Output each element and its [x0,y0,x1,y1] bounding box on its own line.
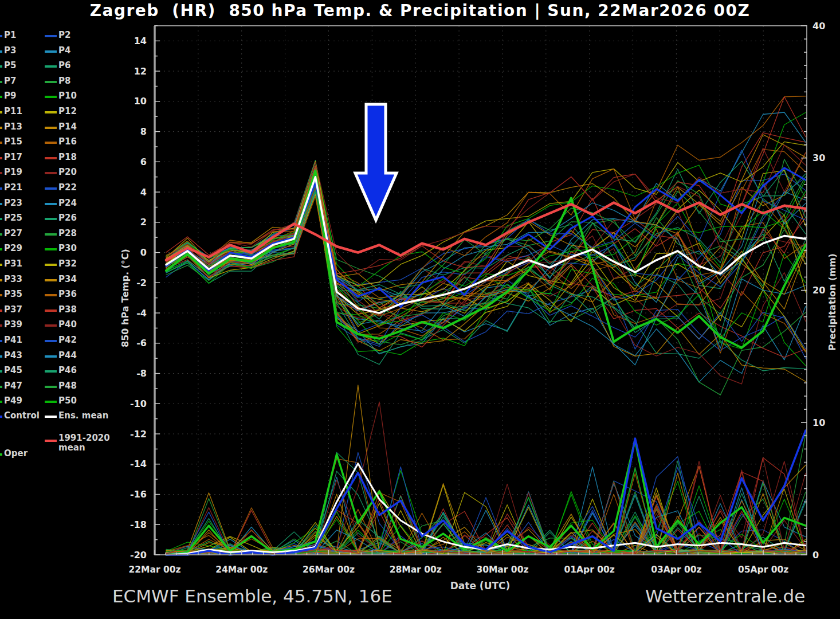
member-temp-line [166,197,806,353]
temp-tick-label: 0 [140,247,147,258]
precip-tick-label: 30 [812,152,825,163]
time-tick-label: 30Mar 00z [476,565,528,575]
temp-tick-label: -14 [130,459,147,469]
member-temp-line [166,178,806,365]
temp-tick-label: 14 [134,36,147,46]
member-temp-line [166,190,806,354]
temp-tick-label: -6 [136,338,147,348]
member-temp-line [166,150,806,316]
time-tick-label: 05Apr 00z [738,565,788,575]
meteogram-page: Zagreb (HR) 850 hPa Temp. & Precipitatio… [0,0,840,619]
time-tick-label: 26Mar 00z [303,565,355,575]
member-temp-line [166,148,806,315]
time-tick-label: 22Mar 00z [128,565,180,575]
watermark-text: Wetterzentrale.de [645,586,805,606]
precip-axis-title: Precipitation (mm) [827,253,838,351]
temp-tick-label: 8 [140,126,147,137]
time-axis-title: Date (UTC) [450,580,511,591]
temp-tick-label: 10 [134,96,147,107]
temp-tick-label: -16 [130,489,147,500]
time-tick-label: 24Mar 00z [215,565,268,575]
temp-tick-label: 2 [140,217,147,228]
member-temp-line [166,185,806,395]
precip-tick-label: 0 [812,550,819,561]
temp-tick-label: -2 [136,277,147,288]
precip-tick-label: 40 [812,21,825,32]
precip-tick-label: 10 [812,417,825,428]
time-tick-label: 28Mar 00z [390,565,442,575]
temp-tick-label: -12 [130,429,147,440]
temp-tick-label: -18 [130,519,147,530]
time-tick-label: 03Apr 00z [651,565,701,575]
precip-tick-label: 20 [812,285,825,296]
temp-tick-label: 6 [140,156,147,167]
temp-tick-label: -20 [130,550,147,561]
down-arrow-annotation [355,104,397,220]
axis-ticks [155,26,807,555]
temp-tick-label: -4 [136,308,147,319]
temp-axis-title: 850 hPa Temp. (°C) [120,249,131,347]
grid-lines [155,26,807,555]
temp-tick-label: 4 [140,187,147,198]
plot-frame [155,26,807,555]
temp-tick-label: -10 [130,398,147,409]
ensemble-member-precip-lines [166,385,806,555]
temp-tick-label: -8 [136,368,147,379]
time-tick-label: 01Apr 00z [564,565,615,575]
model-info-text: ECMWF Ensemble, 45.75N, 16E [112,586,392,606]
temp-tick-label: 12 [134,66,147,77]
